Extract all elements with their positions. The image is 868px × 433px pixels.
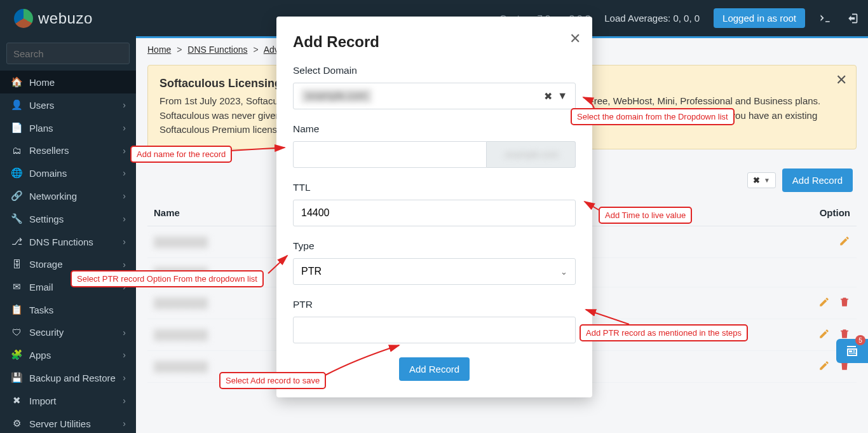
logout-icon[interactable] [846, 12, 858, 25]
delete-icon[interactable] [839, 296, 850, 308]
chevron-right-icon: › [123, 123, 126, 133]
sidebar-icon: 🗂 [10, 145, 23, 156]
sidebar-icon: 📄 [10, 122, 23, 134]
edit-icon[interactable] [839, 235, 850, 247]
sidebar-item-server-utilities[interactable]: ⚙Server Utilities› [0, 412, 136, 433]
sidebar-label: Networking [29, 191, 77, 202]
callout-ttl: Add Time to live value [599, 207, 692, 224]
name-suffix: .example.com [487, 141, 576, 168]
chevron-right-icon: › [123, 146, 126, 156]
sidebar-item-import[interactable]: ✖Import› [0, 389, 136, 412]
ttl-input[interactable] [301, 207, 567, 219]
sidebar-item-settings[interactable]: 🔧Settings› [0, 207, 136, 230]
callout-ptr: Add PTR record as mentioned in the steps [580, 324, 748, 341]
add-record-button[interactable]: Add Record [782, 168, 853, 192]
search-input[interactable] [6, 43, 130, 64]
sidebar-icon: ⎇ [10, 236, 23, 247]
sidebar-label: Security [29, 327, 64, 338]
sidebar-item-dns-functions[interactable]: ⎇DNS Functions› [0, 230, 136, 253]
sidebar: 🏠Home👤Users›📄Plans›🗂Resellers›🌐Domains›🔗… [0, 36, 136, 433]
ptr-input[interactable] [301, 324, 567, 336]
add-record-modal: ✕ Add Record Select Domain example.com ✖… [276, 17, 592, 397]
callout-save: Select Add record to save [219, 372, 326, 389]
sidebar-icon: ✉ [10, 281, 23, 292]
sidebar-item-users[interactable]: 👤Users› [0, 93, 136, 116]
name-label: Name [293, 123, 576, 135]
col-option: Option [799, 200, 857, 226]
logo-text: webuzo [38, 10, 93, 27]
sidebar-icon: 🌐 [10, 167, 23, 179]
domain-label: Select Domain [293, 65, 576, 76]
sidebar-label: Backup and Restore [29, 373, 116, 383]
sidebar-label: Email [29, 282, 53, 292]
news-badge[interactable]: 5 [836, 339, 868, 363]
domain-select[interactable]: example.com ✖ ▼ [293, 83, 576, 109]
callout-name: Add name for the record [130, 146, 232, 163]
crumb-dns[interactable]: DNS Functions [187, 45, 247, 55]
sidebar-icon: 💾 [10, 372, 23, 383]
sidebar-item-apps[interactable]: 🧩Apps› [0, 343, 136, 366]
row-name: ████████ [154, 329, 208, 340]
edit-icon[interactable] [818, 296, 830, 308]
chevron-right-icon: › [123, 327, 126, 338]
callout-type: Select PTR record Option From the dropdo… [71, 270, 264, 287]
crumb-home[interactable]: Home [147, 45, 171, 55]
sidebar-icon: 👤 [10, 99, 23, 111]
type-dropdown-icon: ⌄ [560, 267, 567, 277]
load-averages: Load Averages: 0, 0, 0 [604, 13, 700, 24]
news-count: 5 [855, 335, 865, 345]
sidebar-label: DNS Functions [29, 237, 93, 247]
sidebar-item-plans[interactable]: 📄Plans› [0, 116, 136, 139]
domain-dropdown-icon[interactable]: ▼ [557, 90, 567, 102]
name-input[interactable] [301, 149, 478, 160]
sidebar-label: Server Utilities [29, 418, 91, 429]
sidebar-item-domains[interactable]: 🌐Domains› [0, 162, 136, 184]
edit-icon[interactable] [818, 328, 830, 340]
type-label: Type [293, 240, 576, 252]
modal-add-record-button[interactable]: Add Record [399, 357, 470, 381]
chevron-right-icon: › [123, 373, 126, 383]
sidebar-icon: 🔧 [10, 213, 23, 224]
callout-domain: Select the domain from the Dropdown list [571, 108, 735, 125]
type-value: PTR [301, 266, 322, 277]
sidebar-item-tasks[interactable]: 📋Tasks [0, 298, 136, 321]
sidebar-item-resellers[interactable]: 🗂Resellers› [0, 139, 136, 162]
sidebar-icon: 🗄 [10, 259, 23, 270]
delete-icon[interactable] [839, 328, 850, 340]
chevron-right-icon: › [123, 191, 126, 201]
sidebar-label: Users [29, 100, 54, 111]
chip-clear-icon[interactable]: ✖ [753, 175, 760, 185]
domain-value: example.com [301, 89, 372, 103]
sidebar-label: Plans [29, 123, 53, 134]
sidebar-icon: 📋 [10, 304, 23, 315]
chip-dropdown-icon[interactable]: ▼ [764, 177, 770, 184]
chevron-right-icon: › [123, 259, 126, 270]
sidebar-icon: 🛡 [10, 327, 23, 338]
row-name: ████████ [154, 298, 208, 308]
sidebar-icon: ✖ [10, 395, 23, 406]
row-name: ████████ [154, 237, 208, 247]
notice-close-icon[interactable]: ✕ [836, 72, 847, 88]
logged-in-pill[interactable]: Logged in as root [714, 8, 805, 28]
domain-clear-icon[interactable]: ✖ [544, 90, 552, 102]
domain-filter-chip[interactable]: ✖ ▼ [747, 172, 776, 188]
sidebar-icon: 🏠 [10, 76, 23, 88]
type-select[interactable]: PTR ⌄ [293, 258, 576, 285]
terminal-icon[interactable] [819, 12, 832, 25]
sidebar-item-home[interactable]: 🏠Home [0, 71, 136, 93]
ttl-label: TTL [293, 182, 576, 193]
modal-title: Add Record [293, 33, 576, 51]
sidebar-item-backup-and-restore[interactable]: 💾Backup and Restore› [0, 366, 136, 389]
sidebar-label: Apps [29, 350, 51, 361]
sidebar-label: Domains [29, 168, 67, 179]
sidebar-label: Tasks [29, 305, 53, 315]
chevron-right-icon: › [123, 395, 126, 406]
logo[interactable]: webuzo [14, 9, 93, 28]
edit-icon[interactable] [818, 360, 830, 371]
sidebar-item-networking[interactable]: 🔗Networking› [0, 184, 136, 207]
sidebar-label: Settings [29, 214, 64, 224]
modal-close-icon[interactable]: ✕ [569, 31, 581, 47]
chevron-right-icon: › [123, 100, 126, 110]
sidebar-item-security[interactable]: 🛡Security› [0, 321, 136, 343]
sidebar-label: Resellers [29, 145, 69, 156]
